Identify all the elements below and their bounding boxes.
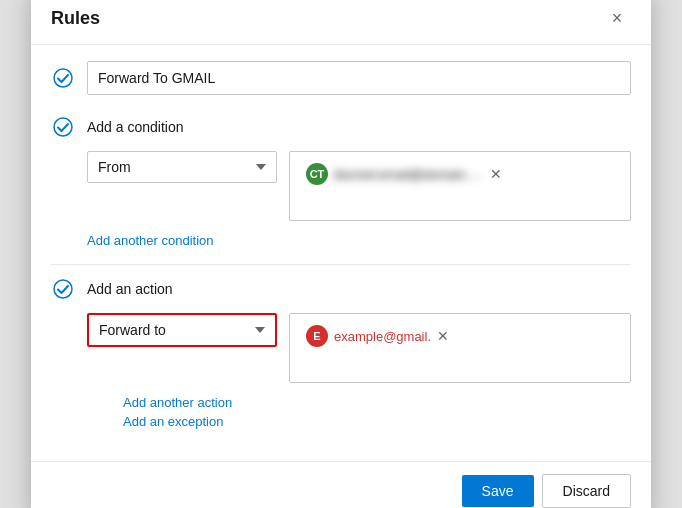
action-header: Add an action xyxy=(51,277,631,301)
svg-point-1 xyxy=(54,118,72,136)
save-button[interactable]: Save xyxy=(462,475,534,507)
condition-select[interactable]: From To Subject Has attachment xyxy=(87,151,277,183)
rules-dialog: Rules × xyxy=(31,0,651,508)
action-tag-text: example@gmail. xyxy=(334,329,431,344)
close-button[interactable]: × xyxy=(603,4,631,32)
condition-section: Add a condition From To Subject Has atta… xyxy=(51,115,631,248)
action-select[interactable]: Forward to Move to Delete Mark as read xyxy=(87,313,277,347)
condition-tag-close-icon[interactable]: ✕ xyxy=(490,167,502,181)
action-tag-close-icon[interactable]: ✕ xyxy=(437,329,449,343)
action-section: Add an action Forward to Move to Delete … xyxy=(51,277,631,429)
action-tag-avatar: E xyxy=(306,325,328,347)
action-links: Add another action Add an exception xyxy=(87,391,631,429)
condition-header: Add a condition xyxy=(51,115,631,139)
rule-name-input[interactable] xyxy=(87,61,631,95)
dialog-header: Rules × xyxy=(31,0,651,45)
condition-value-box: CT blurred-email@domain.com ✕ xyxy=(289,151,631,221)
action-value-box: E example@gmail. ✕ xyxy=(289,313,631,383)
action-tag: E example@gmail. ✕ xyxy=(298,322,457,350)
section-divider xyxy=(51,264,631,265)
condition-label: Add a condition xyxy=(87,119,184,135)
add-condition-link[interactable]: Add another condition xyxy=(87,233,213,248)
action-label: Add an action xyxy=(87,281,173,297)
add-exception-link[interactable]: Add an exception xyxy=(123,414,223,429)
action-check-icon xyxy=(51,277,75,301)
action-row: Forward to Move to Delete Mark as read E… xyxy=(87,313,631,383)
add-action-link[interactable]: Add another action xyxy=(123,395,232,410)
condition-check-icon xyxy=(51,115,75,139)
condition-row: From To Subject Has attachment CT blurre… xyxy=(87,151,631,221)
condition-tag-avatar: CT xyxy=(306,163,328,185)
rule-name-check-icon xyxy=(51,66,75,90)
svg-point-0 xyxy=(54,69,72,87)
dialog-title: Rules xyxy=(51,8,100,29)
condition-tag-text: blurred-email@domain.com xyxy=(334,167,484,182)
condition-tag: CT blurred-email@domain.com ✕ xyxy=(298,160,510,188)
close-icon: × xyxy=(612,8,623,29)
dialog-body: Add a condition From To Subject Has atta… xyxy=(31,45,651,461)
dialog-footer: Save Discard xyxy=(31,461,651,508)
discard-button[interactable]: Discard xyxy=(542,474,631,508)
rule-name-row xyxy=(51,61,631,95)
svg-point-2 xyxy=(54,280,72,298)
